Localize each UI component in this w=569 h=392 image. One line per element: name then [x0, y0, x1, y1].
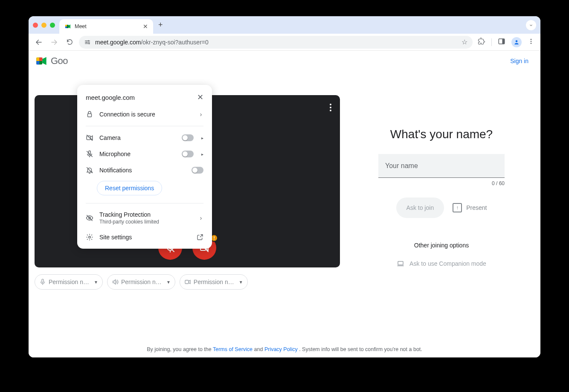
reload-button[interactable]	[64, 36, 75, 48]
tab-title: Meet	[75, 23, 139, 29]
forward-button[interactable]	[48, 36, 60, 48]
url-text: meet.google.com/okr-znyq-soi?authuser=0	[95, 39, 209, 46]
panel-icon	[498, 38, 505, 45]
side-panel-button[interactable]	[498, 38, 505, 47]
companion-mode-button[interactable]: Ask to use Companion mode	[397, 260, 486, 267]
camera-label: Camera	[99, 134, 176, 141]
mic-icon	[39, 279, 46, 285]
minimize-window-button[interactable]	[41, 23, 46, 28]
svg-rect-18	[185, 280, 189, 284]
address-bar[interactable]: meet.google.com/okr-znyq-soi?authuser=0 …	[79, 36, 473, 49]
site-controls-icon[interactable]	[84, 39, 91, 46]
tab-close-button[interactable]: ✕	[143, 23, 148, 30]
popover-host: meet.google.com	[86, 94, 135, 101]
pill-label: Permission ne…	[194, 279, 236, 285]
footer-text2: . System info will be sent to confirm yo…	[299, 346, 422, 352]
device-pills: Permission ne… ▼ Permission ne… ▼ Permis…	[35, 274, 340, 290]
name-input[interactable]	[378, 154, 505, 178]
chrome-menu-button[interactable]	[528, 38, 534, 46]
chevron-down-icon: ▼	[166, 280, 171, 285]
connection-secure-row[interactable]: Connection is secure ›	[77, 106, 212, 122]
chevron-down-icon: ▼	[239, 280, 243, 285]
present-button[interactable]: ↑ Present	[453, 203, 487, 212]
reset-row: Reset permissions	[77, 178, 212, 200]
extensions-button[interactable]	[478, 38, 485, 47]
meet-favicon-icon	[64, 23, 71, 30]
svg-rect-2	[65, 26, 67, 28]
chevron-down-icon	[528, 23, 534, 28]
browser-window: Meet ✕ + meet.google.com/okr-znyq-soi?au…	[29, 16, 540, 357]
browser-tab[interactable]: Meet ✕	[59, 19, 153, 34]
tracking-protection-row[interactable]: Tracking Protection Third-party cookies …	[77, 207, 212, 229]
site-settings-row[interactable]: Site settings	[77, 229, 212, 245]
popover-header: meet.google.com ✕	[77, 93, 212, 106]
mic-device-selector[interactable]: Permission ne… ▼	[35, 274, 103, 290]
profile-button[interactable]	[511, 37, 522, 47]
page-header: Goo Sign in	[29, 51, 540, 67]
popover-close-button[interactable]: ✕	[197, 93, 203, 102]
notif-label: Notifications	[99, 167, 186, 174]
pill-label: Permission ne…	[49, 279, 91, 285]
chevron-down-icon: ▼	[94, 280, 98, 285]
notif-toggle[interactable]	[192, 167, 203, 174]
tab-search-button[interactable]	[526, 20, 536, 30]
svg-rect-19	[398, 261, 403, 265]
meet-logo[interactable]: Goo	[35, 55, 68, 67]
window-controls	[33, 23, 55, 28]
svg-point-3	[88, 40, 89, 41]
caret-right-icon[interactable]: ▸	[201, 152, 203, 157]
present-icon: ↑	[453, 203, 462, 212]
footer-and: and	[254, 346, 264, 352]
camera-device-selector[interactable]: Permission ne… ▼	[180, 274, 248, 290]
preview-more-button[interactable]	[330, 104, 331, 111]
close-window-button[interactable]	[33, 23, 38, 28]
camera-toggle[interactable]	[182, 134, 194, 141]
toolbar: meet.google.com/okr-znyq-soi?authuser=0 …	[29, 34, 540, 51]
join-buttons: Ask to join ↑ Present	[396, 197, 487, 218]
kebab-icon	[528, 38, 534, 45]
tos-link[interactable]: Terms of Service	[213, 346, 253, 352]
secure-label: Connection is secure	[99, 111, 192, 118]
reset-permissions-button[interactable]: Reset permissions	[97, 181, 162, 195]
name-prompt: What's your name?	[390, 128, 493, 141]
svg-rect-15	[39, 58, 42, 61]
name-field-wrap: 0 / 60	[378, 154, 505, 186]
reload-icon	[66, 38, 73, 46]
microphone-permission-row: Microphone ▸	[77, 146, 212, 162]
other-options-title: Other joining options	[414, 242, 469, 249]
present-label: Present	[466, 204, 487, 211]
arrow-left-icon	[35, 38, 43, 46]
chevron-right-icon: ›	[198, 215, 203, 221]
lock-icon	[86, 110, 93, 118]
ask-to-join-button[interactable]: Ask to join	[396, 197, 444, 218]
companion-label: Ask to use Companion mode	[409, 260, 486, 267]
new-tab-button[interactable]: +	[158, 20, 163, 29]
svg-point-10	[531, 41, 532, 42]
speaker-device-selector[interactable]: Permission ne… ▼	[107, 274, 175, 290]
svg-point-11	[531, 43, 532, 44]
back-button[interactable]	[33, 36, 45, 48]
privacy-link[interactable]: Privacy Policy	[264, 346, 298, 352]
char-counter: 0 / 60	[378, 180, 505, 186]
sign-in-link[interactable]: Sign in	[510, 58, 528, 64]
site-info-popover: meet.google.com ✕ Connection is secure ›…	[77, 85, 212, 249]
bookmark-button[interactable]: ☆	[462, 38, 467, 46]
mic-off-icon	[86, 150, 93, 158]
meet-logo-icon	[35, 55, 48, 67]
svg-rect-13	[36, 58, 39, 61]
svg-rect-7	[502, 39, 505, 44]
site-settings-label: Site settings	[99, 234, 191, 241]
separator	[86, 203, 203, 203]
bell-off-icon	[86, 166, 93, 174]
footer-text: By joining, you agree to the	[147, 346, 213, 352]
person-icon	[514, 39, 520, 45]
join-column: What's your name? 0 / 60 Ask to join ↑ P…	[348, 72, 534, 331]
arrow-right-icon	[50, 38, 58, 46]
maximize-window-button[interactable]	[50, 23, 55, 28]
toolbar-right	[476, 37, 536, 47]
camera-icon	[184, 279, 191, 285]
divider	[491, 38, 492, 46]
puzzle-icon	[478, 38, 485, 45]
mic-toggle[interactable]	[182, 151, 194, 157]
caret-right-icon[interactable]: ▸	[201, 136, 203, 140]
